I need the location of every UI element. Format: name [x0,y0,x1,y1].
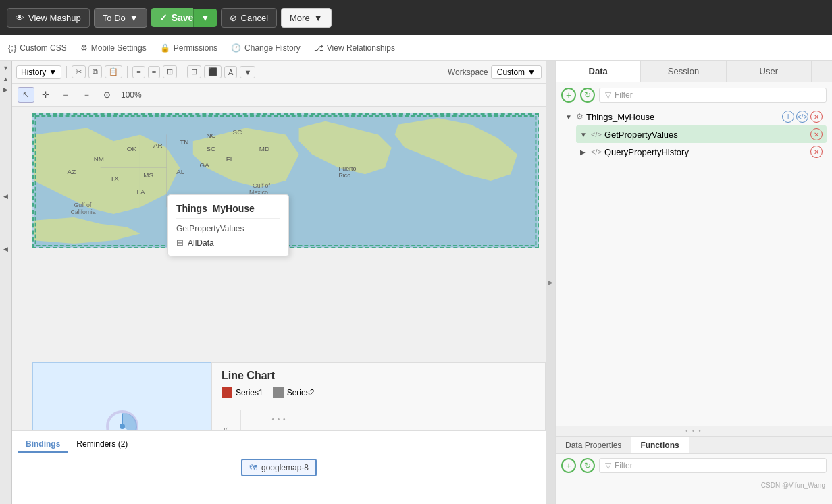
expand-icon[interactable]: ◀ [1,192,11,201]
tree-root-actions: i </> ✕ [782,111,823,123]
zoom-display: 100% [121,90,142,100]
data-refresh-button[interactable]: ↻ [580,88,595,103]
binding-item-googlemap[interactable]: 🗺 googlemap-8 [241,459,317,476]
workspace-arrow-icon: ▼ [527,67,536,77]
svg-text:TN: TN [180,138,188,146]
collapse-arrow-down[interactable]: ▼ [1,63,11,73]
bottom-right-tabs: Data Properties Functions [556,437,832,454]
expand-icon-2[interactable]: ◀ [1,244,11,254]
tooltip-title: Things_MyHouse [176,203,280,219]
workspace-label: Workspace [448,67,488,77]
more-button[interactable]: More ▼ [281,8,332,28]
lock-icon: 🔒 [160,43,170,53]
reminders-tab[interactable]: Reminders (2) [68,437,136,453]
tab-functions[interactable]: Functions [631,437,688,453]
tree-info-button[interactable]: i [782,111,794,123]
svg-text:NC: NC [206,132,215,139]
resize-handle[interactable]: • • • [271,416,286,423]
tree-child2-remove[interactable]: ✕ [810,146,823,158]
zoom-out-btn[interactable]: ⬛ [204,65,222,78]
functions-filter-icon: ▽ [605,461,611,470]
functions-refresh-button[interactable]: ↻ [580,458,595,473]
tree-child1-remove[interactable]: ✕ [810,128,823,140]
tree-root-item[interactable]: ▼ ⚙ Things_MyHouse i </> ✕ [561,108,827,125]
save-arrow-button[interactable]: ▼ [193,9,216,27]
linechart-legend: Series1 Series2 [222,387,536,398]
canvas-body[interactable]: AZ NM OK AR TN NC SC MD TX MS AL GA LA S… [12,107,546,504]
collapse-arrow-up[interactable]: ▲ [1,74,11,84]
tab-data-properties[interactable]: Data Properties [556,437,631,453]
tree-root-label: Things_MyHouse [586,112,779,122]
canvas-collapse-handle[interactable]: ▶ [546,61,555,504]
history-dropdown[interactable]: History ▼ [16,65,61,79]
cancel-button[interactable]: ⊘ Cancel [221,8,277,28]
align-center-button[interactable]: ≡ [148,66,160,78]
tree-root-icon: ⚙ [576,112,583,121]
tab-user[interactable]: User [727,61,812,82]
view-relationships-link[interactable]: ⎇ View Relationships [314,43,395,53]
custom-css-link[interactable]: {;} Custom CSS [8,43,67,53]
cut-button[interactable]: ✂ [72,65,86,78]
clock-icon: 🕐 [231,43,241,53]
change-history-label: Change History [244,43,301,53]
align-left-button[interactable]: ≡ [132,66,145,78]
rotate-tool-button[interactable]: ⊙ [99,87,115,103]
paste-button[interactable]: 📋 [105,65,122,78]
workspace-dropdown[interactable]: Custom ▼ [491,65,542,79]
tab-data[interactable]: Data [556,61,641,82]
add-tool-button[interactable]: ＋ [57,86,75,104]
watermark-text: CSDN @Vifun_Wang [761,482,825,489]
separator-1 [66,66,67,78]
tree-child2-toggle[interactable]: ▶ [580,148,588,156]
tree-child1-label: GetPropertyValues [604,130,808,140]
copy-button[interactable]: ⧉ [88,65,102,78]
save-dropdown-icon: ▼ [201,13,209,23]
change-history-link[interactable]: 🕐 Change History [231,43,301,53]
binding-item-icon: 🗺 [249,463,257,472]
tree-root-toggle[interactable]: ▼ [565,113,573,121]
functions-filter[interactable]: ▽ Filter [599,458,827,473]
font-button[interactable]: A [224,66,237,78]
select-tool-button[interactable]: ↖ [18,87,34,103]
fit-button[interactable]: ⊡ [187,65,201,78]
distribute-button[interactable]: ⊞ [163,65,177,78]
functions-add-button[interactable]: + [561,458,576,473]
tree-child-query-property-history[interactable]: ▶ </> QueryPropertyHistory ✕ [576,143,827,161]
save-check-icon: ✓ [159,12,167,23]
svg-text:NM: NM [94,155,104,163]
tree-code-button[interactable]: </> [796,111,808,123]
collapse-arrow-right[interactable]: ▶ [1,85,11,94]
workspace-value: Custom [497,67,525,77]
data-add-button[interactable]: + [561,88,576,103]
tooltip-data-row[interactable]: ⊞ AllData [176,237,280,248]
bottom-right-panel: Data Properties Functions + ↻ ▽ Filter C… [556,437,832,504]
svg-text:Gulf of: Gulf of [74,202,92,208]
tab-extra [812,61,832,82]
move-tool-button[interactable]: ✛ [37,87,54,103]
svg-text:Rico: Rico [338,172,350,179]
tree-remove-button[interactable]: ✕ [810,111,823,123]
svg-text:GA: GA [200,161,210,169]
view-mashup-button[interactable]: 👁 View Mashup [7,8,90,28]
save-button[interactable]: ✓ Save [151,8,194,27]
tooltip-data-label: AllData [188,238,214,248]
data-filter[interactable]: ▽ Filter [599,88,827,103]
panel-more-handle[interactable]: • • • [556,426,832,437]
tree-child-get-property-values[interactable]: ▼ </> GetPropertyValues ✕ [576,125,827,143]
right-panel: Data Session User + ↻ ▽ Filter ▼ ⚙ Thing… [555,61,832,504]
tooltip-popup: Things_MyHouse GetPropertyValues ⊞ AllDa… [167,194,289,256]
font-arrow-button[interactable]: ▼ [240,66,255,78]
bindings-tab[interactable]: Bindings [18,437,68,453]
legend-series1: Series1 [222,387,263,398]
permissions-link[interactable]: 🔒 Permissions [160,43,217,53]
hierarchy-icon: ⎇ [314,43,323,53]
tab-session[interactable]: Session [641,61,726,82]
svg-text:LA: LA [137,188,145,196]
top-toolbar: 👁 View Mashup To Do ▼ ✓ Save ▼ ⊘ Cancel … [0,0,832,35]
svg-text:AR: AR [153,142,163,149]
tree-child1-toggle[interactable]: ▼ [580,131,588,138]
minus-tool-button[interactable]: － [78,86,96,104]
svg-text:SC: SC [233,128,242,136]
todo-button[interactable]: To Do ▼ [94,8,147,28]
mobile-settings-link[interactable]: ⚙ Mobile Settings [80,43,147,53]
